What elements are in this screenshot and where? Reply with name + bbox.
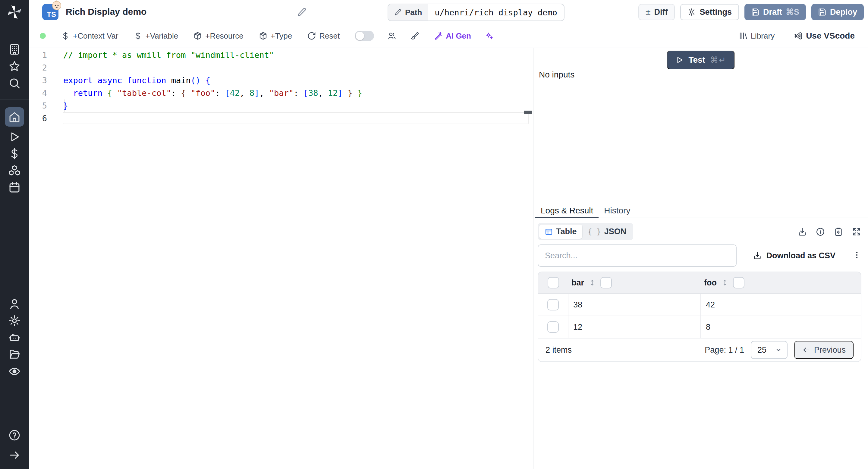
sidebar-item-bot[interactable]	[5, 329, 24, 346]
more-options-kebab-icon[interactable]	[852, 250, 861, 261]
checkbox[interactable]	[547, 321, 559, 333]
add-context-var-label: +Context Var	[73, 31, 119, 41]
sort-icon[interactable]	[721, 279, 729, 287]
sidebar-item-calendar[interactable]	[5, 179, 24, 196]
checkbox[interactable]	[547, 299, 559, 310]
test-button[interactable]: Test ⌘↵	[667, 51, 735, 69]
line-number: 2	[29, 61, 63, 74]
plus-minus-icon: ±	[646, 7, 650, 17]
draft-button[interactable]: Draft ⌘S	[744, 4, 806, 20]
sidebar-item-star[interactable]	[5, 58, 24, 75]
info-icon[interactable]	[815, 227, 825, 237]
topbar: TS Rich Display demo	[29, 0, 868, 24]
path-value[interactable]: u/henri/rich_display_demo	[428, 4, 564, 21]
code-content: // import * as wmill from "windmill-clie…	[63, 49, 362, 125]
sidebar-item-play[interactable]	[5, 128, 24, 145]
inputs-section: Test ⌘↵ No inputs	[533, 48, 868, 204]
checkbox[interactable]	[548, 277, 559, 288]
deploy-button[interactable]: Deploy	[811, 4, 864, 20]
windmill-logo[interactable]	[0, 0, 29, 24]
sidebar-item-user[interactable]	[5, 295, 24, 312]
code-line	[63, 112, 362, 125]
download-csv-button[interactable]: Download as CSV	[753, 251, 835, 260]
result-view-row: Table { } JSON	[538, 223, 861, 240]
previous-label: Previous	[814, 345, 846, 355]
toggle-knob	[355, 32, 364, 40]
table-cell: 12	[568, 316, 701, 338]
vscode-icon	[794, 31, 803, 40]
add-resource-button[interactable]: +Resource	[193, 31, 243, 41]
test-shortcut: ⌘↵	[710, 55, 726, 65]
sidebar-item-help[interactable]	[5, 427, 24, 444]
view-json-option[interactable]: { } JSON	[582, 224, 632, 239]
test-label: Test	[688, 55, 705, 65]
code-editor[interactable]: 123456 // import * as wmill from "windmi…	[29, 48, 533, 469]
copy-to-clipboard-icon[interactable]	[834, 227, 843, 237]
sort-icon[interactable]	[588, 279, 596, 287]
page-indicator: Page: 1 / 1	[705, 345, 744, 355]
view-table-label: Table	[556, 227, 577, 236]
sidebar-item-arrow-right[interactable]	[5, 447, 24, 464]
reset-button[interactable]: Reset	[307, 31, 340, 41]
table-row: 128	[538, 316, 861, 339]
tab-logs-result[interactable]: Logs & Result	[535, 204, 598, 218]
package-icon	[258, 31, 268, 40]
add-variable-button[interactable]: +Variable	[133, 31, 179, 41]
multiplayer-button[interactable]	[387, 31, 396, 40]
previous-page-button[interactable]: Previous	[794, 341, 854, 359]
result-table: barfoo 3842128 2 items Page: 1 / 1 25	[538, 272, 861, 362]
format-brush-button[interactable]	[410, 31, 418, 40]
code-line	[63, 61, 362, 74]
download-result-icon[interactable]	[798, 227, 807, 237]
use-vscode-button[interactable]: Use VScode	[794, 31, 855, 41]
search-input[interactable]	[538, 245, 737, 267]
add-resource-label: +Resource	[205, 31, 243, 41]
draft-label: Draft	[763, 7, 782, 17]
add-variable-label: +Variable	[146, 31, 179, 41]
sidebar-item-folder[interactable]	[5, 346, 24, 363]
add-context-var-button[interactable]: +Context Var	[61, 31, 119, 41]
library-icon	[739, 31, 748, 40]
draft-shortcut: ⌘S	[786, 7, 799, 17]
settings-button[interactable]: Settings	[680, 4, 739, 20]
path-field[interactable]: Path u/henri/rich_display_demo	[388, 4, 564, 21]
diff-button[interactable]: ± Diff	[638, 4, 675, 20]
sparkles-icon	[484, 31, 493, 40]
sidebar-item-building[interactable]	[5, 41, 24, 58]
dollar-icon	[61, 31, 70, 40]
sidebar-item-home[interactable]	[5, 107, 24, 127]
deploy-label: Deploy	[830, 7, 857, 17]
sidebar-item-dollar[interactable]	[5, 145, 24, 162]
settings-label: Settings	[700, 7, 732, 17]
toggle-switch[interactable]	[355, 31, 374, 41]
topbar-actions: ± Diff Settings Draft ⌘S	[638, 4, 864, 20]
download-icon	[753, 251, 762, 260]
line-number: 3	[29, 74, 63, 87]
windmill-script-editor: TS Rich Display demo	[0, 0, 868, 469]
sidebar-item-boxes[interactable]	[5, 162, 24, 179]
checkbox[interactable]	[733, 277, 744, 288]
sidebar-main-group	[5, 105, 24, 196]
library-button[interactable]: Library	[739, 31, 775, 41]
table-cell: 42	[701, 294, 861, 316]
sidebar-item-eye[interactable]	[5, 363, 24, 380]
line-number: 4	[29, 87, 63, 99]
reset-icon	[307, 31, 316, 40]
page-size-select[interactable]: 25	[751, 341, 787, 359]
view-table-option[interactable]: Table	[539, 224, 582, 239]
ai-gen-button[interactable]: AI Gen	[434, 31, 471, 41]
line-number: 6	[29, 112, 63, 125]
sidebar-item-settings[interactable]	[5, 312, 24, 329]
add-type-button[interactable]: +Type	[258, 31, 292, 41]
select-all-cell	[538, 272, 568, 293]
checkbox[interactable]	[600, 277, 612, 288]
result-tabs: Logs & ResultHistory	[533, 204, 868, 218]
sparkles-icon[interactable]	[484, 31, 493, 40]
edit-summary-pencil-icon[interactable]	[297, 7, 307, 17]
table-icon	[545, 227, 553, 236]
code-line: }	[63, 99, 362, 112]
sidebar-item-search[interactable]	[5, 75, 24, 92]
tab-history[interactable]: History	[598, 204, 636, 218]
table-cell: 38	[568, 294, 701, 316]
expand-icon[interactable]	[852, 227, 861, 237]
